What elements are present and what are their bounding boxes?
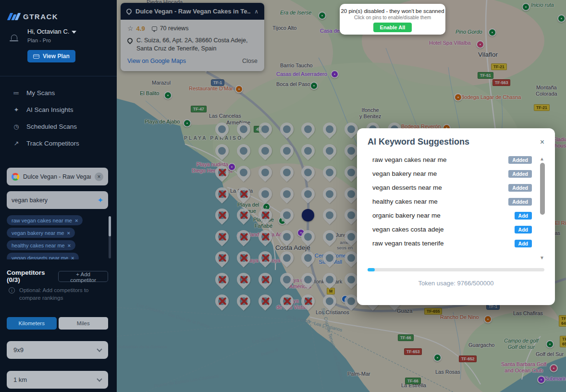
- suggestion-row: vegan desserts near meAdded: [357, 181, 555, 195]
- sidebar-item-ai-scan-insights[interactable]: ✦AI Scan Insights: [0, 101, 117, 118]
- bell-icon[interactable]: [11, 35, 17, 40]
- scrollbar-thumb[interactable]: [540, 163, 545, 215]
- user-greeting[interactable]: Hi, Octavian C.: [27, 28, 76, 35]
- token-usage-label: Token usage: 9766/500000: [357, 280, 555, 287]
- distance-select[interactable]: 1 km: [7, 371, 108, 389]
- remove-chip-icon[interactable]: ×: [71, 255, 74, 260]
- business-select-value: Dulce Vegan - Raw Vegan Ca...: [23, 173, 91, 180]
- ai-sparkle-icon[interactable]: ✦: [97, 196, 103, 205]
- menu-icon: ✦: [12, 106, 20, 113]
- caret-down-icon: [72, 31, 76, 34]
- close-icon[interactable]: ×: [540, 138, 544, 146]
- added-badge[interactable]: Added: [508, 198, 532, 206]
- clear-business-icon[interactable]: ×: [95, 172, 103, 181]
- menu-icon: ◷: [12, 123, 20, 130]
- sidebar: GTRACK Hi, Octavian C. Plan - Pro View P…: [0, 0, 117, 392]
- suggestion-list: raw vegan cakes near meAddedvegan bakery…: [357, 151, 555, 250]
- keyword-input-value: vegan bakery: [12, 197, 93, 204]
- competitors-hint: Optional: Add competitors to compare ran…: [19, 286, 107, 302]
- suggestion-keyword: vegan desserts near me: [372, 184, 442, 191]
- divider: [0, 76, 117, 76]
- menu-label: My Scans: [26, 89, 55, 97]
- add-button[interactable]: Add: [515, 240, 532, 247]
- keyword-chip[interactable]: healthy cakes near me×: [7, 240, 75, 250]
- suggestion-row: organic bakery near meAdd: [357, 208, 555, 222]
- business-select[interactable]: Dulce Vegan - Raw Vegan Ca... ×: [7, 168, 108, 185]
- google-icon: [12, 173, 19, 181]
- app-logo: GTRACK: [9, 12, 58, 21]
- distance-value: 1 km: [13, 376, 27, 383]
- add-competitor-button[interactable]: + Add competitor: [58, 271, 108, 282]
- menu-icon: ↗: [12, 140, 20, 147]
- remove-chip-icon[interactable]: ×: [75, 218, 78, 223]
- suggestion-keyword: raw vegan cakes near me: [372, 156, 447, 163]
- keyword-chip[interactable]: vegan bakery near me×: [7, 228, 75, 238]
- keyword-input[interactable]: vegan bakery ✦: [7, 191, 108, 209]
- suggestion-row: healthy cakes near meAdded: [357, 195, 555, 208]
- info-icon: i: [9, 287, 15, 294]
- add-button[interactable]: Add: [515, 212, 532, 220]
- add-button[interactable]: Add: [515, 226, 532, 233]
- suggestion-row: raw vegan treats tenerifeAdd: [357, 236, 555, 250]
- chevron-down-icon: [97, 346, 102, 352]
- added-badge[interactable]: Added: [508, 170, 532, 178]
- logo-icon: [9, 13, 19, 20]
- logo-text: GTRACK: [23, 12, 58, 21]
- plan-label: Plan - Pro: [27, 37, 51, 43]
- competitors-title: Competitors (0/3): [7, 269, 58, 283]
- chevron-down-icon: [97, 376, 102, 381]
- remove-chip-icon[interactable]: ×: [68, 243, 71, 248]
- grid-size-value: 9x9: [13, 346, 24, 354]
- pins-disabled-notification: 20 pin(s) disabled - they won't be scann…: [340, 4, 445, 35]
- keyword-chip[interactable]: vegan desserts near me×: [7, 253, 79, 259]
- notification-title: 20 pin(s) disabled - they won't be scann…: [340, 8, 445, 14]
- suggestion-row: raw vegan cakes near meAdded: [357, 153, 555, 167]
- sidebar-item-my-scans[interactable]: ≔My Scans: [0, 85, 117, 101]
- suggestion-keyword: vegan cakes costa adeje: [372, 226, 444, 233]
- sidebar-menu: ≔My Scans✦AI Scan Insights◷Scheduled Sca…: [0, 85, 117, 152]
- menu-label: AI Scan Insights: [26, 106, 74, 113]
- sidebar-item-track-competitors[interactable]: ↗Track Competitors: [0, 135, 117, 152]
- app-window: Piedra HincadaEra de IserseTijoco AltoCa…: [0, 0, 566, 392]
- menu-label: Scheduled Scans: [26, 123, 77, 130]
- menu-icon: ≔: [12, 89, 20, 97]
- unit-kilometers-button[interactable]: Kilometers: [7, 317, 57, 330]
- suggestion-keyword: healthy cakes near me: [372, 198, 438, 205]
- added-badge[interactable]: Added: [508, 156, 532, 164]
- token-usage-progress-fill: [368, 268, 375, 271]
- sidebar-item-scheduled-scans[interactable]: ◷Scheduled Scans: [0, 118, 117, 135]
- unit-miles-button[interactable]: Miles: [59, 317, 109, 330]
- suggestion-keyword: organic bakery near me: [372, 212, 441, 219]
- ai-panel-title: AI Keyword Suggestions: [368, 137, 469, 147]
- grid-size-select[interactable]: 9x9: [7, 341, 108, 359]
- credit-card-icon: [33, 54, 39, 59]
- ai-keyword-suggestions-panel: AI Keyword Suggestions × raw vegan cakes…: [357, 128, 555, 305]
- scroll-up-icon[interactable]: ▲: [540, 156, 544, 161]
- enable-all-button[interactable]: Enable All: [373, 23, 412, 32]
- chips-scrollbar[interactable]: [109, 216, 111, 258]
- remove-chip-icon[interactable]: ×: [67, 230, 70, 236]
- keyword-chip-list: raw vegan cakes near me×vegan bakery nea…: [7, 215, 106, 259]
- menu-label: Track Competitors: [26, 140, 79, 147]
- suggestion-keyword: raw vegan treats tenerife: [372, 240, 444, 247]
- suggestion-row: vegan cakes costa adejeAdd: [357, 222, 555, 236]
- view-plan-button[interactable]: View Plan: [27, 50, 75, 62]
- keyword-chip[interactable]: raw vegan cakes near me×: [7, 215, 83, 225]
- token-usage-progress: [368, 268, 544, 271]
- suggestion-row: vegan bakery near meAdded: [357, 167, 555, 181]
- scroll-down-icon[interactable]: ▼: [540, 255, 544, 260]
- suggestion-keyword: vegan bakery near me: [372, 170, 437, 177]
- notification-subtitle: Click on pins to enable/disable them: [340, 15, 445, 20]
- added-badge[interactable]: Added: [508, 184, 532, 192]
